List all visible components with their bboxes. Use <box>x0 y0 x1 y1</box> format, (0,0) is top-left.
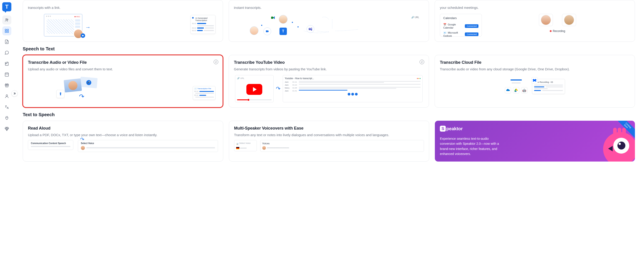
card-read-aloud[interactable]: Read Aloud Upload a PDF, DOCx, TXT, or t… <box>23 121 223 162</box>
google-calendar-icon: 📅 <box>443 23 446 26</box>
germany-flag-icon <box>236 147 239 149</box>
card-title: Transcribe Audio or Video File <box>28 60 218 65</box>
card-title: Multi-Speaker Voiceovers with Ease <box>234 126 424 131</box>
promo-text: Experience seamless text-to-audio conver… <box>440 136 504 157</box>
youtube-illustration: 🔗 URL ↷ Youtube - How to transcript... J… <box>234 75 424 102</box>
dropbox-icon <box>531 77 538 83</box>
card-instant-transcripts[interactable]: instant transcripts. T T 🔗 <box>229 0 429 42</box>
arrow-icon: ↷ <box>276 85 280 92</box>
nav-calendar-icon[interactable] <box>2 70 11 79</box>
cloud-illustration: 🤖 Voice Recording - 03 <box>440 75 630 98</box>
nav-dashboard-icon[interactable] <box>2 26 11 35</box>
calendars-title: Calendars <box>443 16 478 20</box>
google-meet-icon <box>269 14 277 21</box>
avatar <box>250 26 258 35</box>
avatar <box>81 146 85 150</box>
connected-badge: Connected <box>465 24 478 28</box>
google-drive-icon <box>513 87 519 93</box>
info-icon[interactable]: i <box>214 60 218 64</box>
card-scheduled-meetings[interactable]: your scheduled meetings. Calendars 📅Goog… <box>435 0 635 42</box>
avatar <box>262 146 266 150</box>
microphone-icon: 🎤 <box>86 80 92 85</box>
nav-translate-icon[interactable] <box>2 103 11 112</box>
bot-icon: 🤖 <box>521 87 528 93</box>
avatar <box>564 15 574 25</box>
connected-badge: Connected <box>465 32 478 36</box>
main-content: transcripts with a link. REC → <box>14 0 644 166</box>
nav-chat-icon[interactable] <box>2 48 11 57</box>
avatar <box>279 15 288 23</box>
card-desc: Upload any audio or video files and conv… <box>28 67 218 72</box>
app-logo[interactable]: T <box>2 2 11 11</box>
svg-rect-2 <box>5 29 6 31</box>
sidebar: T <box>0 0 14 166</box>
arrow-icon: ↷ <box>80 137 84 142</box>
app-logo-small: T <box>279 27 287 35</box>
nav-notes-icon[interactable] <box>2 59 11 68</box>
section-speech-to-text: Speech to Text <box>23 46 635 51</box>
svg-rect-5 <box>7 31 9 33</box>
svg-point-1 <box>7 19 8 20</box>
card-title: Transcribe YouTube Video <box>234 60 424 65</box>
nav-integrations-icon[interactable] <box>2 113 11 123</box>
nav-profile-icon[interactable] <box>2 92 11 101</box>
transcription-panel: AI Generated Transcription 01:12 01:12 0… <box>190 15 216 34</box>
transcribe-illustration: 🎤 ⬆ ↷ Transcription File 01:12 01:12 <box>28 75 218 102</box>
video-icon <box>264 27 271 35</box>
info-icon[interactable]: i <box>420 60 424 64</box>
expand-sidebar-button[interactable] <box>11 90 18 97</box>
arrow-icon: → <box>85 24 90 30</box>
nav-team-icon[interactable] <box>2 15 11 24</box>
nav-gift-icon[interactable] <box>2 81 11 90</box>
card-desc: instant transcripts. <box>234 5 424 10</box>
network-illustration: T T 🔗 URL <box>234 14 424 36</box>
svg-point-0 <box>6 18 7 20</box>
section-text-to-speech: Text to Speech <box>23 112 635 117</box>
card-desc: Generate transcripts from videos by past… <box>234 67 424 72</box>
card-desc: your scheduled meetings. <box>440 5 630 10</box>
camera-icon <box>80 33 85 38</box>
nav-document-icon[interactable] <box>2 37 11 46</box>
avatar <box>541 15 551 25</box>
arrow-icon: ↷ <box>79 93 84 100</box>
calendars-panel: Calendars 📅Google Calendar Connected 📧Mi… <box>440 14 482 36</box>
card-desc: transcripts with a link. <box>28 5 218 10</box>
card-title: Transcribe Cloud File <box>440 60 630 65</box>
upload-icon: ⬆ <box>56 90 64 98</box>
url-label: 🔗 URL <box>411 16 419 18</box>
card-desc: Transcribe audio or video from any cloud… <box>440 67 630 72</box>
onedrive-icon <box>505 87 511 93</box>
card-multi-speaker[interactable]: Multi-Speaker Voiceovers with Ease Trans… <box>229 121 430 162</box>
speaktor-promo-card[interactable]: Coming Soon Speaktor Experience seamless… <box>435 121 635 162</box>
card-title: Read Aloud <box>28 126 218 131</box>
outlook-icon: 📧 <box>443 31 446 34</box>
svg-rect-3 <box>7 29 9 31</box>
teams-icon: T <box>306 25 314 33</box>
card-transcribe-file[interactable]: i Transcribe Audio or Video File Upload … <box>23 55 223 108</box>
multi-speaker-illustration: 📊 Select Voice ▪▪▪▪▪▪▪▪▪▪ Voices ▪▪▪▪▪▪▪… <box>234 138 424 151</box>
card-transcribe-youtube[interactable]: i Transcribe YouTube Video Generate tran… <box>229 55 429 108</box>
card-desc: Transform any text or notes into lively … <box>234 133 424 138</box>
mascot-illustration <box>598 128 635 162</box>
card-transcribe-cloud[interactable]: Transcribe Cloud File Transcribe audio o… <box>435 55 635 108</box>
read-aloud-illustration: Communication Content Speech ↷ Select Vo… <box>28 138 218 151</box>
svg-point-11 <box>311 28 312 29</box>
nav-premium-icon[interactable] <box>2 124 11 133</box>
svg-rect-6 <box>5 73 9 76</box>
card-desc: Upload a PDF, DOCx, TXT, or type your ow… <box>28 133 218 138</box>
rec-badge: REC <box>74 16 80 18</box>
svg-rect-4 <box>5 31 6 33</box>
svg-point-8 <box>6 95 8 96</box>
youtube-play-icon <box>246 84 262 95</box>
recording-status: Recording <box>550 29 565 33</box>
card-share-transcripts[interactable]: transcripts with a link. REC → <box>23 0 223 42</box>
